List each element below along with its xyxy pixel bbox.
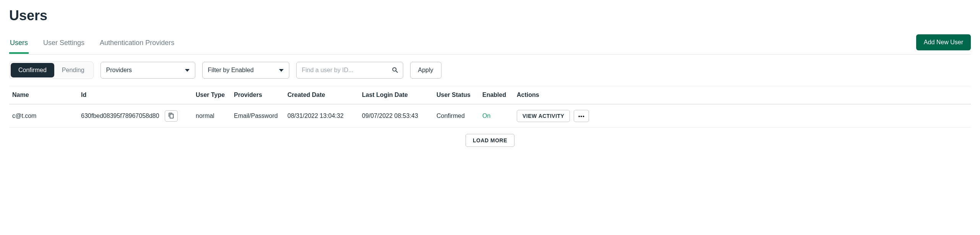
chevron-down-icon — [279, 69, 284, 72]
tab-user-settings[interactable]: User Settings — [42, 35, 85, 54]
tab-row: Users User Settings Authentication Provi… — [9, 34, 971, 55]
view-activity-button[interactable]: VIEW ACTIVITY — [517, 110, 570, 122]
enabled-filter-select[interactable]: Filter by Enabled — [202, 62, 289, 79]
search-icon[interactable] — [391, 66, 399, 74]
add-new-user-button[interactable]: Add New User — [916, 34, 971, 50]
cell-user-status: Confirmed — [436, 113, 482, 119]
col-providers: Providers — [234, 92, 287, 98]
cell-id-value: 630fbed08395f78967058d80 — [81, 113, 159, 119]
load-more-wrap: LOAD MORE — [9, 128, 971, 153]
col-user-status: User Status — [436, 92, 482, 98]
providers-select[interactable]: Providers — [101, 62, 195, 79]
status-segment-group: Confirmed Pending — [9, 61, 94, 79]
cell-created-date: 08/31/2022 13:04:32 — [287, 113, 362, 119]
search-wrapper — [296, 62, 403, 79]
cell-user-type: normal — [196, 113, 234, 119]
tab-authentication-providers[interactable]: Authentication Providers — [99, 35, 175, 54]
cell-last-login-date: 09/07/2022 08:53:43 — [362, 113, 436, 119]
col-enabled: Enabled — [482, 92, 517, 98]
page-title: Users — [9, 8, 971, 24]
cell-enabled: On — [482, 113, 517, 119]
more-actions-button[interactable]: ••• — [574, 110, 589, 122]
apply-button[interactable]: Apply — [410, 62, 441, 79]
col-last-login-date: Last Login Date — [362, 92, 436, 98]
segment-pending[interactable]: Pending — [54, 63, 92, 77]
copy-icon — [168, 113, 174, 120]
ellipsis-icon: ••• — [578, 113, 585, 119]
col-id: Id — [81, 92, 196, 98]
tabs: Users User Settings Authentication Provi… — [9, 35, 175, 53]
enabled-select-label: Filter by Enabled — [208, 67, 254, 74]
tab-users[interactable]: Users — [9, 35, 29, 54]
copy-id-button[interactable] — [165, 110, 178, 122]
col-actions: Actions — [517, 92, 601, 98]
filter-bar: Confirmed Pending Providers Filter by En… — [9, 55, 971, 86]
col-created-date: Created Date — [287, 92, 362, 98]
table-row: c@t.com 630fbed08395f78967058d80 normal … — [9, 105, 971, 128]
segment-confirmed[interactable]: Confirmed — [11, 63, 54, 77]
table-header: Name Id User Type Providers Created Date… — [9, 86, 971, 105]
cell-actions: VIEW ACTIVITY ••• — [517, 110, 601, 122]
col-user-type: User Type — [196, 92, 234, 98]
load-more-button[interactable]: LOAD MORE — [466, 134, 514, 147]
cell-name: c@t.com — [12, 113, 81, 119]
search-input[interactable] — [302, 67, 391, 74]
chevron-down-icon — [185, 69, 190, 72]
cell-providers: Email/Password — [234, 113, 287, 119]
providers-select-label: Providers — [106, 67, 132, 74]
cell-id: 630fbed08395f78967058d80 — [81, 110, 196, 122]
col-name: Name — [12, 92, 81, 98]
